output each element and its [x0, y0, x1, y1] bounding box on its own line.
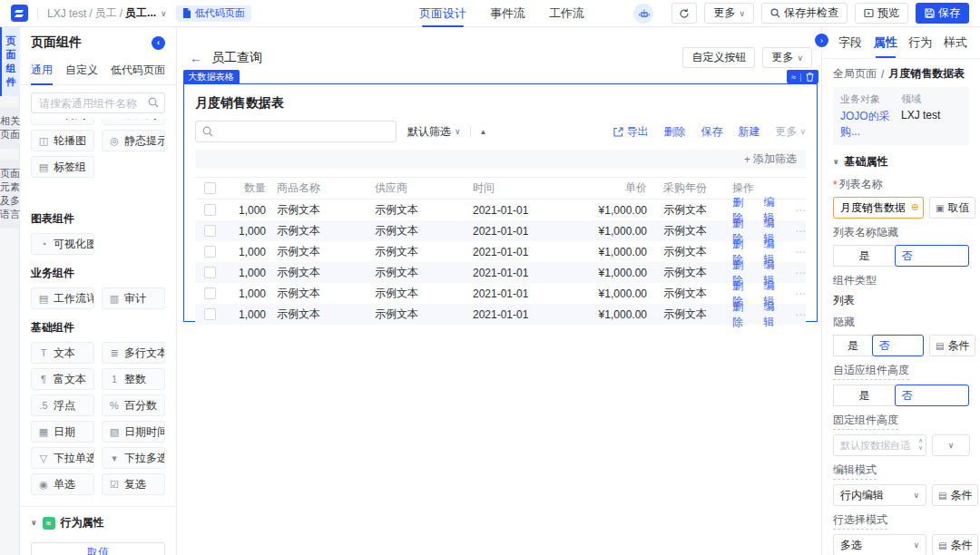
- custom-button[interactable]: 自定义按钮: [682, 47, 755, 68]
- app-logo-icon[interactable]: [11, 5, 28, 22]
- get-value-button[interactable]: ▣ 取值: [929, 197, 975, 219]
- breadcrumb-root[interactable]: 全局页面: [833, 66, 877, 82]
- breadcrumb[interactable]: LXJ test / 员工 / 员工... ∨: [47, 5, 167, 21]
- rail-tab-page-components[interactable]: 页面组件: [0, 27, 20, 96]
- save-button[interactable]: 保存: [916, 3, 969, 24]
- toggle-no[interactable]: 否: [872, 335, 925, 356]
- tab-workflow[interactable]: 工作流: [549, 0, 584, 27]
- row-more-icon[interactable]: ⋯: [795, 246, 806, 258]
- height-unit-select[interactable]: ∨: [932, 434, 970, 456]
- component-tile-percent[interactable]: %百分数: [102, 394, 165, 416]
- row-select-mode-select[interactable]: 多选 ∨: [833, 534, 926, 555]
- component-tile-checkbox[interactable]: ☑复选: [102, 473, 165, 495]
- behavior-get-value-button[interactable]: 取值: [31, 542, 165, 555]
- component-tile-rich-text[interactable]: ¶富文本: [31, 368, 94, 390]
- component-tile-multiline-text[interactable]: ≣多行文本: [102, 342, 165, 364]
- row-checkbox[interactable]: [204, 287, 216, 299]
- column-header-time[interactable]: 时间: [473, 180, 582, 196]
- basic-properties-section[interactable]: ∨ 基础属性: [822, 145, 980, 177]
- component-tile-radio[interactable]: ◉单选: [31, 473, 94, 495]
- tab-behavior[interactable]: 行为: [908, 34, 932, 58]
- refresh-button[interactable]: [671, 3, 697, 24]
- selected-component-big-data-table[interactable]: 大数据表格 ≈ | 月度销售数据表 默认筛选 ∨ ▲: [183, 83, 818, 322]
- row-checkbox[interactable]: [204, 267, 216, 278]
- row-select-condition-button[interactable]: ▤ 条件: [932, 534, 978, 555]
- tab-fields[interactable]: 字段: [838, 34, 862, 58]
- collapse-sidebar-icon[interactable]: ‹: [152, 36, 165, 50]
- toggle-no[interactable]: 否: [895, 245, 970, 267]
- row-more-icon[interactable]: ⋯: [795, 267, 806, 279]
- toggle-yes[interactable]: 是: [833, 335, 873, 356]
- ai-assistant-icon[interactable]: [633, 4, 653, 24]
- component-tile-text[interactable]: T文本: [31, 342, 94, 364]
- collapse-search-icon[interactable]: ▲: [480, 128, 487, 136]
- row-checkbox[interactable]: [204, 204, 216, 216]
- column-header-name[interactable]: 商品名称: [266, 180, 375, 196]
- edit-mode-condition-button[interactable]: ▤ 条件: [932, 484, 978, 506]
- component-tile-data-column[interactable]: ⊟数据列: [102, 119, 165, 125]
- fixed-height-input[interactable]: [833, 434, 926, 456]
- preview-button[interactable]: 预览: [855, 3, 908, 24]
- chevron-down-icon[interactable]: ∨: [161, 9, 167, 18]
- row-more-icon[interactable]: ⋯: [795, 204, 806, 217]
- bind-data-icon[interactable]: ≈: [791, 73, 796, 82]
- breadcrumb-section[interactable]: 员工: [95, 5, 117, 21]
- component-tile-datetime[interactable]: ▧日期时间: [102, 421, 165, 443]
- table-search-input[interactable]: [195, 121, 397, 142]
- tab-general[interactable]: 通用: [31, 58, 53, 84]
- column-header-price[interactable]: 单价: [582, 180, 647, 196]
- save-and-check-button[interactable]: 保存并检查: [761, 3, 848, 24]
- component-search-input[interactable]: [31, 92, 165, 113]
- tab-event-flow[interactable]: 事件流: [490, 0, 525, 27]
- table-more-link[interactable]: 更多 ∨: [775, 124, 806, 140]
- row-edit-link[interactable]: 编辑: [764, 299, 781, 330]
- toggle-yes[interactable]: 是: [833, 385, 896, 406]
- toggle-no[interactable]: 否: [895, 385, 970, 406]
- component-tile-audit[interactable]: ▥审计: [102, 287, 165, 309]
- component-tile-float[interactable]: .5浮点: [31, 394, 94, 416]
- component-tile-visual-chart[interactable]: ◔可视化图表: [31, 233, 94, 255]
- more-button[interactable]: 更多 ∨: [704, 3, 754, 24]
- save-link[interactable]: 保存: [701, 124, 722, 140]
- column-header-qty[interactable]: 数量: [224, 180, 266, 196]
- breadcrumb-page[interactable]: 员工...: [125, 5, 156, 21]
- tab-lowcode-page[interactable]: 低代码页面: [111, 58, 165, 84]
- component-tile-workflow-detail[interactable]: ▤工作流详情: [31, 287, 94, 309]
- hidden-condition-button[interactable]: ▤ 条件: [929, 335, 975, 356]
- row-more-icon[interactable]: ⋯: [795, 287, 806, 300]
- component-tile-tab-group[interactable]: ▤标签组: [31, 156, 94, 178]
- row-more-icon[interactable]: ⋯: [795, 225, 806, 238]
- component-tile-dropdown-multi[interactable]: ▾下拉多选: [102, 447, 165, 469]
- edit-mode-select[interactable]: 行内编辑 ∨: [833, 484, 926, 506]
- add-filter-bar[interactable]: + 添加筛选: [195, 150, 806, 169]
- select-all-checkbox[interactable]: [204, 182, 216, 194]
- export-link[interactable]: 导出: [613, 124, 648, 140]
- component-tile-integer[interactable]: 1整数: [102, 368, 165, 390]
- component-tile-carousel[interactable]: ◫轮播图: [31, 130, 94, 151]
- row-delete-link[interactable]: 删除: [732, 299, 750, 330]
- toggle-yes[interactable]: 是: [833, 245, 896, 267]
- behavior-section-header[interactable]: ∨ ≈ 行为属性: [20, 506, 176, 537]
- rail-tab-related-pages[interactable]: 相关页面: [0, 107, 20, 149]
- row-more-icon[interactable]: ⋯: [795, 308, 806, 321]
- delete-link[interactable]: 删除: [663, 124, 685, 140]
- rail-tab-page-elements-i18n[interactable]: 页面元素及多语言: [0, 160, 20, 229]
- column-header-supplier[interactable]: 供应商: [375, 180, 473, 196]
- tab-properties[interactable]: 属性: [874, 34, 897, 58]
- stepper-up-icon[interactable]: ∧: [918, 437, 923, 444]
- table-row[interactable]: 1,000 示例文本 示例文本 2021-01-01 ¥1,000.00 示例文…: [195, 304, 806, 325]
- collapse-panel-icon[interactable]: ›: [815, 34, 828, 47]
- tab-page-design[interactable]: 页面设计: [419, 0, 466, 27]
- tab-style[interactable]: 样式: [944, 34, 967, 58]
- trash-icon[interactable]: [806, 73, 814, 82]
- row-checkbox[interactable]: [204, 225, 216, 237]
- component-tile-dropdown-single[interactable]: ▽下拉单选: [31, 447, 94, 469]
- column-header-year[interactable]: 采购年份: [647, 180, 713, 196]
- biz-object-link[interactable]: JOJO的采购...: [840, 109, 901, 140]
- component-tile-static-tip[interactable]: ◎静态提示: [102, 130, 165, 151]
- i18n-globe-icon[interactable]: ⊕: [911, 201, 919, 213]
- component-tile-date[interactable]: ▦日期: [31, 421, 94, 443]
- component-tile-combined-column[interactable]: ⊞组合列: [31, 119, 94, 125]
- default-filter-dropdown[interactable]: 默认筛选 ∨: [407, 124, 461, 140]
- canvas-more-button[interactable]: 更多 ∨: [762, 47, 812, 68]
